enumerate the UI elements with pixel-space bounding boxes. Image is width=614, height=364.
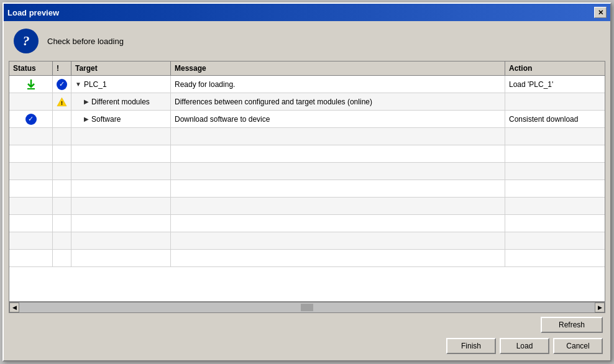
close-button[interactable]: ✕ (594, 7, 607, 18)
title-bar: Load preview ✕ (4, 4, 610, 21)
expand-arrow-icon[interactable]: ▶ (84, 98, 89, 105)
status-cell-1 (9, 76, 53, 93)
exclamation-cell-3 (53, 111, 71, 127)
status-cell-3: ✓ (9, 111, 53, 127)
col-header-target: Target (71, 61, 171, 75)
bottom-button-area: Finish Load Cancel (4, 334, 610, 360)
header-text: Check before loading (47, 37, 124, 46)
expand-arrow-icon[interactable]: ▼ (75, 81, 81, 88)
check-blue-icon: ✓ (57, 79, 67, 90)
refresh-button-area: Refresh (4, 313, 610, 334)
target-cell-3: ▶ Software (71, 111, 171, 127)
question-icon: ? (14, 29, 39, 53)
target-label-2: Different modules (91, 98, 150, 106)
load-button[interactable]: Load (500, 338, 549, 354)
action-cell-2 (505, 93, 605, 110)
load-preview-dialog: Load preview ✕ ? Check before loading St… (2, 2, 612, 362)
check-blue-icon: ✓ (25, 114, 37, 125)
table-body: ✓ ▼ PLC_1 Ready for loading. Load 'PLC_1… (9, 76, 605, 301)
exclamation-cell-1: ✓ (53, 76, 71, 93)
table-row-empty (9, 232, 605, 250)
table-row-empty (9, 180, 605, 198)
dialog-header: ? Check before loading (4, 21, 610, 61)
download-icon (25, 78, 37, 91)
table-row-empty (9, 128, 605, 145)
data-table: Status ! Target Message Action (9, 61, 605, 302)
svg-text:!: ! (61, 100, 63, 106)
col-header-status: Status (9, 61, 53, 75)
table-row: ✓ ▼ PLC_1 Ready for loading. Load 'PLC_1… (9, 76, 605, 93)
target-label-3: Software (91, 115, 121, 124)
warning-icon: ! (57, 96, 67, 107)
table-row: ! ▶ Different modules Differences betwee… (9, 93, 605, 111)
status-cell-2 (9, 93, 53, 110)
cancel-button[interactable]: Cancel (553, 338, 603, 354)
action-cell-1: Load 'PLC_1' (505, 76, 605, 93)
target-cell-1: ▼ PLC_1 (71, 76, 171, 93)
exclamation-cell-2: ! (53, 93, 71, 110)
message-cell-1: Ready for loading. (171, 76, 505, 93)
horizontal-scrollbar[interactable]: ◀ ▶ (9, 302, 605, 313)
finish-button[interactable]: Finish (446, 338, 496, 354)
scroll-track[interactable] (19, 303, 595, 312)
refresh-button[interactable]: Refresh (541, 317, 603, 333)
col-header-action: Action (505, 61, 605, 75)
table-header: Status ! Target Message Action (9, 61, 605, 76)
action-cell-3: Consistent download (505, 111, 605, 127)
table-row-empty (9, 163, 605, 180)
col-header-message: Message (171, 61, 505, 75)
message-cell-3: Download software to device (171, 111, 505, 127)
scroll-thumb[interactable] (301, 304, 313, 311)
target-label-1: PLC_1 (84, 80, 107, 89)
target-cell-2: ▶ Different modules (71, 93, 171, 110)
table-row-empty (9, 215, 605, 232)
table-row: ✓ ▶ Software Download software to device… (9, 111, 605, 128)
scroll-right-button[interactable]: ▶ (595, 303, 605, 312)
col-header-exclamation: ! (53, 61, 71, 75)
expand-arrow-icon[interactable]: ▶ (84, 116, 89, 122)
table-row-empty (9, 198, 605, 215)
dialog-title: Load preview (7, 8, 59, 17)
scroll-left-button[interactable]: ◀ (9, 303, 19, 312)
table-row-empty (9, 145, 605, 163)
message-cell-2: Differences between configured and targe… (171, 93, 505, 110)
table-row-empty (9, 250, 605, 267)
